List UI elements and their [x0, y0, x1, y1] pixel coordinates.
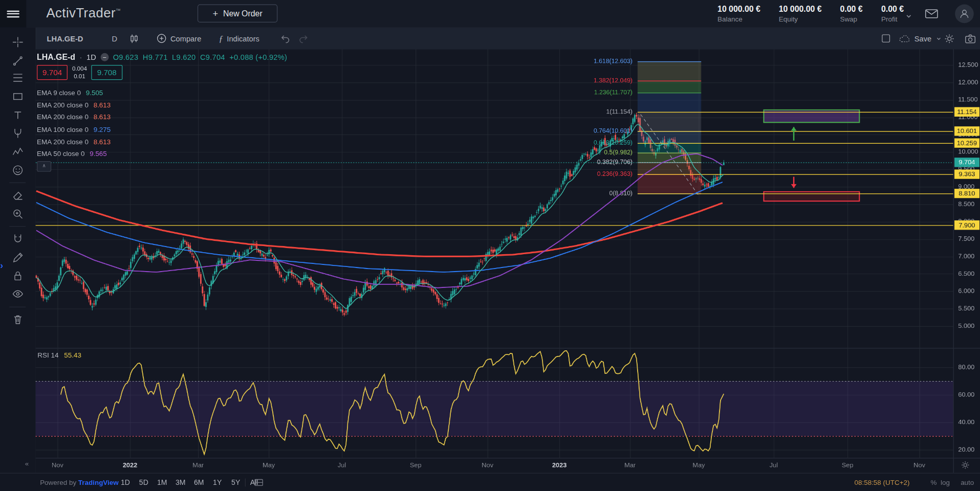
chart-settings-button[interactable]: [944, 28, 955, 50]
compare-button[interactable]: Compare: [156, 33, 201, 44]
crosshair-tool-button[interactable]: [6, 33, 29, 52]
indicator-legend-row[interactable]: EMA 200 close 08.613: [37, 101, 111, 109]
lock-icon: [12, 270, 24, 281]
legend-open: O9.623: [113, 53, 139, 61]
profit-chevron-down-icon[interactable]: [905, 12, 912, 20]
magnet-tool-button[interactable]: [6, 229, 29, 248]
rail-separator: [9, 226, 26, 227]
indicators-button[interactable]: ƒ Indicators: [219, 33, 259, 43]
eraser-icon: [12, 189, 24, 200]
range-3m-button[interactable]: 3M: [173, 476, 189, 488]
range-5y-button[interactable]: 5Y: [228, 476, 244, 488]
drawing-mode-button[interactable]: [6, 248, 29, 267]
undo-icon: [279, 33, 291, 44]
person-icon: [959, 8, 970, 19]
redo-button[interactable]: [298, 33, 310, 44]
text-tool-button[interactable]: [6, 105, 29, 124]
main-menu-button[interactable]: [0, 0, 26, 28]
sell-button[interactable]: 9.704: [37, 65, 68, 80]
chevron-down-icon: [936, 35, 942, 41]
hide-series-button[interactable]: –: [100, 53, 108, 61]
chart-legend: LHA.GE-d · 1D – O9.623 H9.771 L9.620 C9.…: [37, 53, 287, 62]
pitchfork-tool-button[interactable]: [6, 124, 29, 143]
log-scale-button[interactable]: log: [941, 479, 950, 486]
layout-square-icon: [881, 33, 891, 44]
shapes-tool-button[interactable]: [6, 87, 29, 106]
date-range-switcher: 1D 5D 1M 3M 6M 1Y 5Y All: [118, 476, 262, 488]
range-6m-button[interactable]: 6M: [191, 476, 207, 488]
range-1y-button[interactable]: 1Y: [209, 476, 225, 488]
range-1d-button[interactable]: 1D: [118, 476, 134, 488]
fib-retracement-tool-button[interactable]: [6, 68, 29, 87]
undo-button[interactable]: [279, 33, 291, 44]
trend-line-icon: [12, 55, 24, 66]
pitchfork-icon: [12, 127, 24, 139]
account-profit: 0.00 €Profit: [881, 5, 904, 23]
timeframe-button[interactable]: D: [112, 34, 118, 43]
cloud-save-icon: [899, 33, 910, 43]
legend-change: +0.088 (+0.92%): [229, 53, 287, 61]
text-icon: [12, 109, 24, 121]
remove-drawings-button[interactable]: [6, 310, 29, 329]
buy-button[interactable]: 9.708: [92, 65, 122, 80]
range-5d-button[interactable]: 5D: [136, 476, 152, 488]
chart-style-button[interactable]: [128, 33, 140, 44]
lot-value: 0.01: [74, 73, 85, 80]
magnifier-plus-icon: [12, 208, 24, 219]
mail-button[interactable]: [924, 8, 939, 20]
panel-expand-chevron[interactable]: ›: [0, 260, 3, 271]
legend-symbol: LHA.GE-d: [37, 53, 75, 62]
server-clock[interactable]: 08:58:58 (UTC+2): [855, 479, 910, 486]
trend-line-tool-button[interactable]: [6, 51, 29, 70]
rail-separator: [9, 307, 26, 307]
eraser-tool-button[interactable]: [6, 186, 29, 205]
chart-toolbar: LHA.GE-D D Compare ƒ Indicators Save: [36, 28, 980, 50]
jump-to-start-icon[interactable]: «: [25, 460, 28, 467]
user-avatar[interactable]: [955, 5, 974, 24]
tradingview-link[interactable]: TradingView: [78, 479, 119, 486]
magnet-icon: [12, 233, 24, 244]
indicator-legend-row[interactable]: EMA 200 close 08.613: [37, 113, 111, 121]
patterns-tool-button[interactable]: [6, 142, 29, 161]
powered-by: Powered by TradingView: [40, 479, 119, 486]
new-order-button[interactable]: + New Order: [198, 5, 277, 23]
symbol-search-button[interactable]: LHA.GE-D: [47, 34, 83, 43]
crosshair-icon: [12, 36, 24, 48]
layout-button[interactable]: [881, 28, 891, 50]
emoji-tool-button[interactable]: [6, 161, 29, 180]
account-swap: 0.00 €Swap: [840, 5, 862, 23]
account-balance: 10 000.00 €Balance: [717, 5, 760, 23]
camera-icon: [964, 33, 976, 44]
legend-close: C9.704: [200, 53, 225, 61]
zoom-tool-button[interactable]: [6, 204, 29, 223]
panes-icon: [254, 478, 264, 487]
range-1m-button[interactable]: 1M: [155, 476, 170, 488]
hide-drawings-button[interactable]: [6, 284, 29, 303]
indicator-legend-row[interactable]: EMA 200 close 08.613: [37, 138, 111, 146]
percent-scale-button[interactable]: %: [931, 479, 937, 486]
screenshot-button[interactable]: [964, 28, 976, 50]
lock-drawings-button[interactable]: [6, 266, 29, 285]
redo-icon: [298, 33, 310, 44]
app-logo: ActivTrader™: [46, 6, 121, 20]
indicator-legend-row[interactable]: EMA 9 close 09.505: [37, 88, 103, 96]
spread-value: 0.004: [72, 65, 87, 73]
trash-icon: [12, 313, 24, 325]
bottom-bar: Powered by TradingView 1D 5D 1M 3M 6M 1Y…: [0, 473, 980, 491]
panes-layout-button[interactable]: [254, 478, 264, 487]
indicator-legend-row[interactable]: EMA 100 close 09.275: [37, 125, 111, 133]
rail-separator: [9, 183, 26, 183]
zigzag-pattern-icon: [12, 146, 24, 158]
indicator-legend-row[interactable]: EMA 50 close 09.565: [37, 150, 107, 158]
main-chart-canvas[interactable]: [36, 49, 980, 473]
hamburger-icon: [7, 9, 19, 19]
fib-lines-icon: [12, 72, 24, 83]
activtrader-app: ActivTrader™ + New Order 10 000.00 €Bala…: [0, 0, 980, 491]
save-layout-button[interactable]: Save: [899, 28, 942, 50]
bid-ask-widget: 9.704 0.004 0.01 9.708: [37, 65, 122, 80]
time-axis-settings-button[interactable]: [961, 460, 970, 470]
compare-plus-icon: [156, 33, 167, 44]
auto-scale-button[interactable]: auto: [961, 479, 974, 486]
rsi-legend[interactable]: RSI 14 55.43: [37, 351, 81, 359]
collapse-legend-button[interactable]: ∧: [37, 161, 51, 172]
